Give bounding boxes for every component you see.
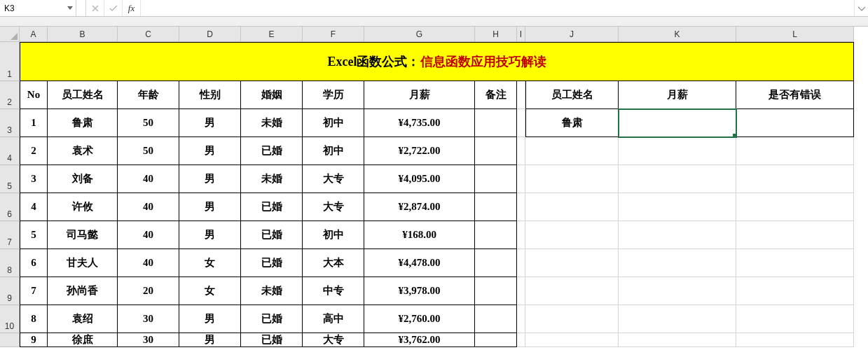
- row-header-1[interactable]: 1: [0, 42, 20, 81]
- cell-K9[interactable]: [619, 277, 736, 305]
- cell-D7[interactable]: 男: [179, 221, 241, 249]
- row-header-7[interactable]: 7: [0, 221, 20, 249]
- cell-B9[interactable]: 孙尚香: [48, 277, 118, 305]
- col-header-K[interactable]: K: [619, 27, 736, 42]
- cell-A8[interactable]: 6: [20, 249, 48, 277]
- cell-E7[interactable]: 已婚: [241, 221, 303, 249]
- cell-K3-selected[interactable]: [619, 109, 736, 137]
- header-lookup-salary[interactable]: 月薪: [619, 81, 736, 109]
- cell-J10[interactable]: [525, 305, 619, 333]
- name-box-dropdown[interactable]: [64, 0, 76, 16]
- cell-C11[interactable]: 30: [118, 333, 179, 347]
- cell-G9[interactable]: ¥3,978.00: [364, 277, 475, 305]
- cell-K4[interactable]: [619, 137, 736, 165]
- cell-B11[interactable]: 徐庶: [48, 333, 118, 347]
- cell-G11[interactable]: ¥3,762.00: [364, 333, 475, 347]
- cell-A5[interactable]: 3: [20, 165, 48, 193]
- cell-J8[interactable]: [525, 249, 619, 277]
- cell-B7[interactable]: 司马懿: [48, 221, 118, 249]
- cell-F6[interactable]: 大专: [303, 193, 364, 221]
- cell-J11[interactable]: [525, 333, 619, 347]
- cell-H9[interactable]: [475, 277, 517, 305]
- cell-L6[interactable]: [736, 193, 854, 221]
- header-remark[interactable]: 备注: [475, 81, 517, 109]
- cell-H3[interactable]: [475, 109, 517, 137]
- row-header-6[interactable]: 6: [0, 193, 20, 221]
- col-header-J[interactable]: J: [525, 27, 619, 42]
- row-header-9[interactable]: 9: [0, 277, 20, 305]
- cell-C5[interactable]: 40: [118, 165, 179, 193]
- col-header-H[interactable]: H: [475, 27, 517, 42]
- cell-K6[interactable]: [619, 193, 736, 221]
- cell-C3[interactable]: 50: [118, 109, 179, 137]
- cell-I8[interactable]: [517, 249, 525, 277]
- cell-E6[interactable]: 已婚: [241, 193, 303, 221]
- cell-B10[interactable]: 袁绍: [48, 305, 118, 333]
- cell-A4[interactable]: 2: [20, 137, 48, 165]
- header-lookup-name[interactable]: 员工姓名: [525, 81, 619, 109]
- cancel-formula-button[interactable]: [86, 0, 104, 16]
- cell-J4[interactable]: [525, 137, 619, 165]
- cell-L5[interactable]: [736, 165, 854, 193]
- cell-J5[interactable]: [525, 165, 619, 193]
- cell-K11[interactable]: [619, 333, 736, 347]
- cell-B8[interactable]: 甘夫人: [48, 249, 118, 277]
- cell-G7[interactable]: ¥168.00: [364, 221, 475, 249]
- cell-B5[interactable]: 刘备: [48, 165, 118, 193]
- cell-L10[interactable]: [736, 305, 854, 333]
- cell-L4[interactable]: [736, 137, 854, 165]
- cell-C9[interactable]: 20: [118, 277, 179, 305]
- cell-I6[interactable]: [517, 193, 525, 221]
- cell-K5[interactable]: [619, 165, 736, 193]
- header-marital[interactable]: 婚姻: [241, 81, 303, 109]
- cell-A10[interactable]: 8: [20, 305, 48, 333]
- cell-L7[interactable]: [736, 221, 854, 249]
- cell-C10[interactable]: 30: [118, 305, 179, 333]
- cell-I2[interactable]: [517, 81, 525, 109]
- cell-D8[interactable]: 女: [179, 249, 241, 277]
- cell-A3[interactable]: 1: [20, 109, 48, 137]
- cell-B6[interactable]: 许攸: [48, 193, 118, 221]
- cell-F8[interactable]: 大本: [303, 249, 364, 277]
- cell-G10[interactable]: ¥2,760.00: [364, 305, 475, 333]
- header-sex[interactable]: 性别: [179, 81, 241, 109]
- cell-L11[interactable]: [736, 333, 854, 347]
- header-age[interactable]: 年龄: [118, 81, 179, 109]
- cell-H8[interactable]: [475, 249, 517, 277]
- cell-E8[interactable]: 已婚: [241, 249, 303, 277]
- header-name[interactable]: 员工姓名: [48, 81, 118, 109]
- cell-H6[interactable]: [475, 193, 517, 221]
- cell-E9[interactable]: 未婚: [241, 277, 303, 305]
- col-header-L[interactable]: L: [736, 27, 854, 42]
- name-box[interactable]: [0, 0, 64, 16]
- col-header-G[interactable]: G: [364, 27, 475, 42]
- cell-K7[interactable]: [619, 221, 736, 249]
- cell-H5[interactable]: [475, 165, 517, 193]
- row-header-5[interactable]: 5: [0, 165, 20, 193]
- cell-C4[interactable]: 50: [118, 137, 179, 165]
- cell-D3[interactable]: 男: [179, 109, 241, 137]
- cell-J3[interactable]: 鲁肃: [525, 109, 619, 137]
- header-lookup-error[interactable]: 是否有错误: [736, 81, 854, 109]
- cell-A11[interactable]: 9: [20, 333, 48, 347]
- cell-E3[interactable]: 未婚: [241, 109, 303, 137]
- title-cell[interactable]: Excel函数公式：信息函数应用技巧解读: [20, 42, 854, 81]
- row-header-2[interactable]: 2: [0, 81, 20, 109]
- cell-F9[interactable]: 中专: [303, 277, 364, 305]
- header-no[interactable]: No: [20, 81, 48, 109]
- enter-formula-button[interactable]: [104, 0, 123, 16]
- col-header-A[interactable]: A: [20, 27, 48, 42]
- cell-G8[interactable]: ¥4,478.00: [364, 249, 475, 277]
- cell-A6[interactable]: 4: [20, 193, 48, 221]
- cell-I9[interactable]: [517, 277, 525, 305]
- cell-D4[interactable]: 男: [179, 137, 241, 165]
- header-salary[interactable]: 月薪: [364, 81, 475, 109]
- col-header-E[interactable]: E: [241, 27, 303, 42]
- cell-D10[interactable]: 男: [179, 305, 241, 333]
- cell-E10[interactable]: 已婚: [241, 305, 303, 333]
- cell-E5[interactable]: 未婚: [241, 165, 303, 193]
- row-header-8[interactable]: 8: [0, 249, 20, 277]
- select-all-corner[interactable]: [0, 27, 20, 42]
- cell-H11[interactable]: [475, 333, 517, 347]
- col-header-B[interactable]: B: [48, 27, 118, 42]
